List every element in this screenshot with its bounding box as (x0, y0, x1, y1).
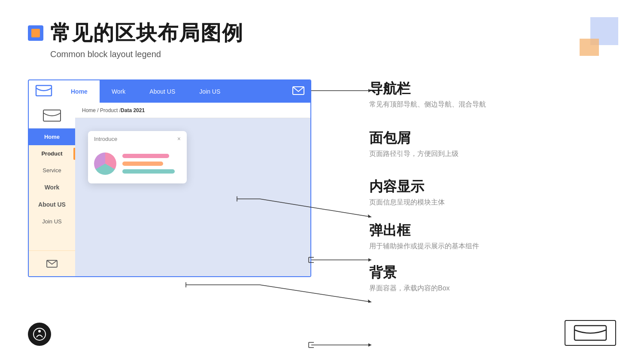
nav-item-joinus[interactable]: Join US (187, 80, 232, 103)
label-navbar-desc: 常见有顶部导航、侧边导航、混合导航 (369, 100, 486, 109)
sidebar-item-about[interactable]: About US (29, 196, 75, 213)
svg-marker-10 (368, 258, 371, 262)
page-main-title: 常见的区块布局图例 (50, 19, 243, 47)
label-breadcrumb-desc: 页面路径引导，方便回到上级 (369, 149, 459, 159)
bottom-logo-circle (28, 323, 51, 346)
label-dialog: 弹出框 用于辅助操作或提示展示的基本组件 (369, 221, 479, 251)
label-content: 内容显示 页面信息呈现的模块主体 (369, 177, 445, 207)
svg-marker-15 (368, 343, 371, 347)
mockup-main: Home / Product / Data 2021 Introduce × (75, 103, 310, 276)
label-navbar: 导航栏 常见有顶部导航、侧边导航、混合导航 (369, 79, 486, 109)
dialog-lines (122, 154, 181, 174)
label-bg-title: 背景 (369, 263, 450, 282)
sidebar-item-home[interactable]: Home (29, 128, 75, 145)
nav-mail-icon (292, 86, 304, 97)
svg-point-25 (38, 330, 41, 332)
label-content-title: 内容显示 (369, 177, 445, 196)
sidebar-item-product[interactable]: Product (29, 145, 75, 162)
sidebar-mail-area (29, 250, 75, 276)
label-breadcrumb: 面包屑 页面路径引导，方便回到上级 (369, 129, 459, 159)
mockup-logo (29, 80, 59, 103)
logo-symbol (35, 85, 52, 99)
page-title-area: 常见的区块布局图例 Common block layout legend (28, 19, 243, 59)
label-navbar-title: 导航栏 (369, 79, 486, 98)
mockup-content: Home Product Service Work About US Join … (29, 103, 310, 276)
mockup-dialog: Introduce × (88, 131, 187, 183)
mockup-breadcrumb: Home / Product / Data 2021 (75, 103, 310, 118)
label-background: 背景 界面容器，承载内容的Box (369, 263, 450, 293)
sidebar-logo-area (29, 103, 75, 128)
title-row: 常见的区块布局图例 (28, 19, 243, 47)
sidebar-item-joinus[interactable]: Join US (29, 213, 75, 230)
svg-marker-13 (368, 299, 371, 303)
nav-items: Home Work About US Join US (59, 80, 310, 103)
diagram-area: Home Work About US Join US (28, 79, 341, 281)
nav-item-about[interactable]: About US (137, 80, 187, 103)
deco-orange-square (580, 39, 599, 56)
dialog-line-3 (122, 169, 175, 174)
mockup-navbar: Home Work About US Join US (29, 80, 310, 103)
label-breadcrumb-title: 面包屑 (369, 129, 459, 148)
mockup-browser: Home Work About US Join US (28, 79, 311, 277)
label-dialog-desc: 用于辅助操作或提示展示的基本组件 (369, 242, 479, 251)
nav-item-work[interactable]: Work (100, 80, 137, 103)
dialog-line-1 (122, 154, 169, 158)
svg-line-12 (260, 285, 371, 302)
label-dialog-title: 弹出框 (369, 221, 479, 240)
dialog-chart-circle (94, 153, 116, 175)
svg-marker-8 (368, 214, 371, 218)
title-icon (28, 25, 43, 41)
nav-item-home[interactable]: Home (59, 80, 100, 103)
dialog-line-2 (122, 162, 163, 166)
label-content-desc: 页面信息呈现的模块主体 (369, 198, 445, 207)
decorative-squares (580, 17, 618, 56)
dialog-title: Introduce (94, 136, 117, 142)
label-bg-desc: 界面容器，承载内容的Box (369, 284, 450, 293)
bottom-right-logo (565, 320, 616, 346)
bottom-left-logo (28, 323, 51, 346)
mockup-sidebar: Home Product Service Work About US Join … (29, 103, 75, 276)
dialog-header: Introduce × (88, 131, 187, 146)
breadcrumb-path: Home / Product / (82, 107, 121, 113)
breadcrumb-current: Data 2021 (121, 107, 145, 113)
dialog-close-icon[interactable]: × (177, 135, 181, 142)
dialog-body (88, 146, 187, 183)
sidebar-item-work[interactable]: Work (29, 179, 75, 196)
page-sub-title: Common block layout legend (50, 49, 243, 59)
sidebar-item-service[interactable]: Service (29, 162, 75, 179)
mockup-background: Introduce × (75, 118, 310, 276)
